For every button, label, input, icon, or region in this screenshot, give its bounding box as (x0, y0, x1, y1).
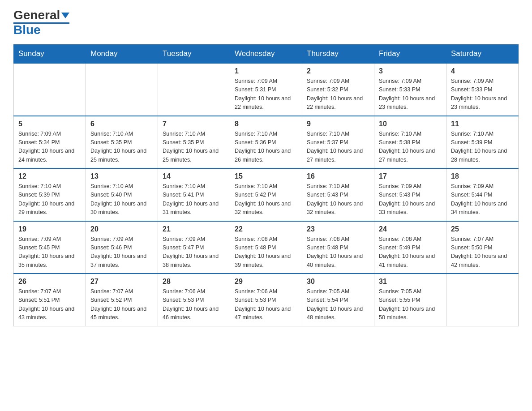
logo: General Blue (13, 9, 69, 36)
cell-week5-day0: 26Sunrise: 7:07 AM Sunset: 5:51 PM Dayli… (14, 274, 86, 326)
day-number: 30 (307, 278, 369, 286)
cell-week2-day6: 11Sunrise: 7:10 AM Sunset: 5:39 PM Dayli… (446, 116, 519, 169)
day-info: Sunrise: 7:10 AM Sunset: 5:35 PM Dayligh… (90, 130, 153, 165)
day-info: Sunrise: 7:07 AM Sunset: 5:51 PM Dayligh… (18, 287, 81, 322)
cell-week3-day6: 18Sunrise: 7:09 AM Sunset: 5:44 PM Dayli… (446, 168, 519, 221)
cell-week1-day6: 4Sunrise: 7:09 AM Sunset: 5:33 PM Daylig… (446, 63, 519, 116)
day-info: Sunrise: 7:08 AM Sunset: 5:48 PM Dayligh… (235, 235, 297, 270)
cell-week3-day5: 17Sunrise: 7:09 AM Sunset: 5:43 PM Dayli… (374, 168, 446, 221)
cell-week1-day2 (158, 63, 230, 116)
day-info: Sunrise: 7:09 AM Sunset: 5:33 PM Dayligh… (379, 77, 442, 112)
header-friday: Friday (374, 45, 446, 64)
day-info: Sunrise: 7:09 AM Sunset: 5:31 PM Dayligh… (235, 77, 297, 112)
page-header: General Blue (13, 9, 519, 36)
week-row-4: 19Sunrise: 7:09 AM Sunset: 5:45 PM Dayli… (14, 221, 519, 274)
day-info: Sunrise: 7:09 AM Sunset: 5:44 PM Dayligh… (451, 182, 514, 217)
day-number: 26 (18, 278, 81, 286)
cell-week1-day4: 2Sunrise: 7:09 AM Sunset: 5:32 PM Daylig… (302, 63, 374, 116)
header-monday: Monday (86, 45, 158, 64)
day-number: 15 (235, 172, 297, 180)
cell-week2-day4: 9Sunrise: 7:10 AM Sunset: 5:37 PM Daylig… (302, 116, 374, 169)
cell-week2-day2: 7Sunrise: 7:10 AM Sunset: 5:35 PM Daylig… (158, 116, 230, 169)
day-info: Sunrise: 7:09 AM Sunset: 5:34 PM Dayligh… (18, 130, 81, 165)
cell-week3-day3: 15Sunrise: 7:10 AM Sunset: 5:42 PM Dayli… (230, 168, 302, 221)
day-info: Sunrise: 7:07 AM Sunset: 5:50 PM Dayligh… (451, 235, 514, 270)
calendar-header-row: SundayMondayTuesdayWednesdayThursdayFrid… (14, 45, 519, 64)
day-number: 9 (307, 120, 369, 128)
header-wednesday: Wednesday (230, 45, 302, 64)
cell-week1-day1 (86, 63, 158, 116)
cell-week5-day3: 29Sunrise: 7:06 AM Sunset: 5:53 PM Dayli… (230, 274, 302, 326)
cell-week5-day4: 30Sunrise: 7:05 AM Sunset: 5:54 PM Dayli… (302, 274, 374, 326)
cell-week1-day3: 1Sunrise: 7:09 AM Sunset: 5:31 PM Daylig… (230, 63, 302, 116)
day-number: 22 (235, 225, 297, 233)
cell-week1-day5: 3Sunrise: 7:09 AM Sunset: 5:33 PM Daylig… (374, 63, 446, 116)
cell-week4-day2: 21Sunrise: 7:09 AM Sunset: 5:47 PM Dayli… (158, 221, 230, 274)
cell-week2-day1: 6Sunrise: 7:10 AM Sunset: 5:35 PM Daylig… (86, 116, 158, 169)
cell-week5-day2: 28Sunrise: 7:06 AM Sunset: 5:53 PM Dayli… (158, 274, 230, 326)
week-row-3: 12Sunrise: 7:10 AM Sunset: 5:39 PM Dayli… (14, 168, 519, 221)
cell-week5-day1: 27Sunrise: 7:07 AM Sunset: 5:52 PM Dayli… (86, 274, 158, 326)
day-number: 4 (451, 67, 514, 75)
day-number: 8 (235, 120, 297, 128)
day-info: Sunrise: 7:10 AM Sunset: 5:36 PM Dayligh… (235, 130, 297, 165)
cell-week4-day4: 23Sunrise: 7:08 AM Sunset: 5:48 PM Dayli… (302, 221, 374, 274)
cell-week3-day4: 16Sunrise: 7:10 AM Sunset: 5:43 PM Dayli… (302, 168, 374, 221)
day-number: 5 (18, 120, 81, 128)
week-row-5: 26Sunrise: 7:07 AM Sunset: 5:51 PM Dayli… (14, 274, 519, 326)
day-number: 23 (307, 225, 369, 233)
day-info: Sunrise: 7:06 AM Sunset: 5:53 PM Dayligh… (235, 287, 297, 322)
cell-week4-day6: 25Sunrise: 7:07 AM Sunset: 5:50 PM Dayli… (446, 221, 519, 274)
cell-week3-day0: 12Sunrise: 7:10 AM Sunset: 5:39 PM Dayli… (14, 168, 86, 221)
day-number: 1 (235, 67, 297, 75)
day-info: Sunrise: 7:09 AM Sunset: 5:45 PM Dayligh… (18, 235, 81, 270)
day-info: Sunrise: 7:08 AM Sunset: 5:49 PM Dayligh… (379, 235, 442, 270)
day-number: 28 (163, 278, 225, 286)
day-info: Sunrise: 7:07 AM Sunset: 5:52 PM Dayligh… (90, 287, 153, 322)
week-row-2: 5Sunrise: 7:09 AM Sunset: 5:34 PM Daylig… (14, 116, 519, 169)
day-info: Sunrise: 7:09 AM Sunset: 5:47 PM Dayligh… (163, 235, 225, 270)
day-number: 29 (235, 278, 297, 286)
cell-week2-day3: 8Sunrise: 7:10 AM Sunset: 5:36 PM Daylig… (230, 116, 302, 169)
logo-text: General (13, 9, 69, 21)
header-tuesday: Tuesday (158, 45, 230, 64)
cell-week2-day5: 10Sunrise: 7:10 AM Sunset: 5:38 PM Dayli… (374, 116, 446, 169)
header-thursday: Thursday (302, 45, 374, 64)
day-number: 2 (307, 67, 369, 75)
day-info: Sunrise: 7:05 AM Sunset: 5:54 PM Dayligh… (307, 287, 369, 322)
header-saturday: Saturday (446, 45, 519, 64)
day-info: Sunrise: 7:10 AM Sunset: 5:39 PM Dayligh… (18, 182, 81, 217)
cell-week4-day5: 24Sunrise: 7:08 AM Sunset: 5:49 PM Dayli… (374, 221, 446, 274)
day-info: Sunrise: 7:10 AM Sunset: 5:39 PM Dayligh… (451, 130, 514, 165)
logo-blue: Blue (13, 24, 41, 36)
cell-week5-day5: 31Sunrise: 7:05 AM Sunset: 5:55 PM Dayli… (374, 274, 446, 326)
day-number: 6 (90, 120, 153, 128)
day-number: 10 (379, 120, 442, 128)
cell-week4-day3: 22Sunrise: 7:08 AM Sunset: 5:48 PM Dayli… (230, 221, 302, 274)
day-info: Sunrise: 7:10 AM Sunset: 5:41 PM Dayligh… (163, 182, 225, 217)
calendar-table: SundayMondayTuesdayWednesdayThursdayFrid… (13, 44, 519, 326)
day-info: Sunrise: 7:09 AM Sunset: 5:32 PM Dayligh… (307, 77, 369, 112)
day-info: Sunrise: 7:09 AM Sunset: 5:43 PM Dayligh… (379, 182, 442, 217)
day-info: Sunrise: 7:10 AM Sunset: 5:40 PM Dayligh… (90, 182, 153, 217)
day-info: Sunrise: 7:08 AM Sunset: 5:48 PM Dayligh… (307, 235, 369, 270)
cell-week5-day6 (446, 274, 519, 326)
day-number: 25 (451, 225, 514, 233)
cell-week2-day0: 5Sunrise: 7:09 AM Sunset: 5:34 PM Daylig… (14, 116, 86, 169)
day-number: 14 (163, 172, 225, 180)
day-info: Sunrise: 7:09 AM Sunset: 5:46 PM Dayligh… (90, 235, 153, 270)
day-number: 11 (451, 120, 514, 128)
day-number: 19 (18, 225, 81, 233)
day-info: Sunrise: 7:09 AM Sunset: 5:33 PM Dayligh… (451, 77, 514, 112)
day-number: 17 (379, 172, 442, 180)
cell-week3-day1: 13Sunrise: 7:10 AM Sunset: 5:40 PM Dayli… (86, 168, 158, 221)
day-info: Sunrise: 7:05 AM Sunset: 5:55 PM Dayligh… (379, 287, 442, 322)
cell-week4-day1: 20Sunrise: 7:09 AM Sunset: 5:46 PM Dayli… (86, 221, 158, 274)
header-sunday: Sunday (14, 45, 86, 64)
cell-week1-day0 (14, 63, 86, 116)
day-number: 16 (307, 172, 369, 180)
day-info: Sunrise: 7:10 AM Sunset: 5:35 PM Dayligh… (163, 130, 225, 165)
day-info: Sunrise: 7:10 AM Sunset: 5:37 PM Dayligh… (307, 130, 369, 165)
day-info: Sunrise: 7:06 AM Sunset: 5:53 PM Dayligh… (163, 287, 225, 322)
day-number: 7 (163, 120, 225, 128)
